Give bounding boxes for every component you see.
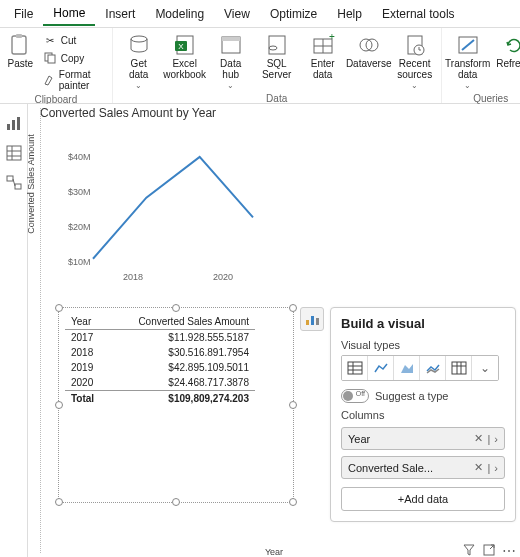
view-rail [0, 104, 28, 557]
filter-icon[interactable] [462, 543, 476, 557]
svg-rect-3 [48, 55, 55, 63]
menu-tab-external[interactable]: External tools [372, 3, 465, 25]
svg-marker-45 [401, 364, 413, 373]
svg-rect-21 [7, 124, 10, 130]
copy-button[interactable]: Copy [41, 50, 106, 66]
table-row[interactable]: 2017$11.928.555.5187 [65, 330, 255, 346]
svg-text:$20M: $20M [68, 222, 91, 232]
focus-mode-icon[interactable] [482, 543, 496, 557]
visual-toolbar: ⋯ [462, 543, 516, 557]
ribbon-group-queries: Transform data⌄ Refresh Queries [442, 28, 520, 103]
table-row[interactable]: 2020$24.468.717.3878 [65, 375, 255, 391]
field-menu-icon[interactable]: › [494, 433, 498, 445]
line-chart-visual[interactable]: Converted Sales Amount by Year Converted… [28, 104, 264, 300]
resize-handle[interactable] [55, 304, 63, 312]
svg-text:2018: 2018 [123, 272, 143, 282]
table-visual[interactable]: Year Converted Sales Amount 2017$11.928.… [58, 307, 294, 503]
resize-handle[interactable] [289, 401, 297, 409]
visual-type-callout-button[interactable] [300, 307, 324, 331]
add-data-button[interactable]: +Add data [341, 487, 505, 511]
columns-label: Columns [341, 409, 505, 421]
table-row[interactable]: 2018$30.516.891.7954 [65, 345, 255, 360]
svg-point-11 [269, 46, 277, 50]
paste-label: Paste [8, 58, 34, 69]
resize-handle[interactable] [172, 304, 180, 312]
line-type-button[interactable] [368, 356, 394, 380]
resize-handle[interactable] [172, 498, 180, 506]
paste-icon [6, 32, 34, 58]
svg-text:$40M: $40M [68, 152, 91, 162]
matrix-type-button[interactable] [446, 356, 472, 380]
svg-rect-0 [12, 36, 26, 54]
excel-icon: X [171, 32, 199, 58]
menu-bar: File Home Insert Modeling View Optimize … [0, 0, 520, 28]
database-icon [125, 32, 153, 58]
table-row[interactable]: 2019$42.895.109.5011 [65, 360, 255, 375]
svg-rect-41 [348, 362, 362, 374]
menu-tab-insert[interactable]: Insert [95, 3, 145, 25]
more-types-button[interactable]: ⌄ [472, 356, 498, 380]
ribbon-group-data: Get data⌄ XExcel workbook Data hub⌄ SQL … [113, 28, 442, 103]
chevron-down-icon: ⌄ [135, 80, 142, 91]
menu-tab-home[interactable]: Home [43, 2, 95, 26]
visual-type-selector: ⌄ [341, 355, 499, 381]
svg-rect-23 [17, 117, 20, 130]
remove-field-icon[interactable]: ✕ [474, 461, 483, 474]
brush-icon [43, 73, 55, 87]
suggest-type-toggle[interactable]: Off [341, 389, 369, 403]
excel-button[interactable]: XExcel workbook [163, 30, 207, 82]
svg-rect-24 [7, 146, 21, 160]
col-header-year[interactable]: Year [65, 314, 107, 330]
svg-line-30 [13, 179, 15, 186]
col-header-amount[interactable]: Converted Sales Amount [107, 314, 255, 330]
table-total-row: Total$109,809,274.203 [65, 391, 255, 407]
enter-data-button[interactable]: +Enter data [301, 30, 345, 82]
svg-rect-40 [316, 318, 319, 325]
svg-text:+: + [329, 34, 335, 42]
paste-button[interactable]: Paste [4, 30, 37, 71]
model-view-button[interactable] [5, 174, 23, 192]
remove-field-icon[interactable]: ✕ [474, 432, 483, 445]
transform-data-button[interactable]: Transform data⌄ [446, 30, 490, 93]
field-year[interactable]: Year ✕ | › [341, 427, 505, 450]
dataverse-button[interactable]: Dataverse [347, 30, 391, 71]
menu-tab-optimize[interactable]: Optimize [260, 3, 327, 25]
resize-handle[interactable] [289, 498, 297, 506]
data-hub-button[interactable]: Data hub⌄ [209, 30, 253, 93]
format-painter-button[interactable]: Format painter [41, 68, 106, 92]
data-view-button[interactable] [5, 144, 23, 162]
menu-tab-help[interactable]: Help [327, 3, 372, 25]
svg-text:$10M: $10M [68, 257, 91, 267]
table-type-button[interactable] [342, 356, 368, 380]
field-menu-icon[interactable]: › [494, 462, 498, 474]
field-amount[interactable]: Converted Sale... ✕ | › [341, 456, 505, 479]
svg-text:2020: 2020 [213, 272, 233, 282]
refresh-button[interactable]: Refresh [492, 30, 520, 71]
refresh-icon [500, 32, 520, 58]
get-data-button[interactable]: Get data⌄ [117, 30, 161, 93]
grid-plus-icon: + [309, 32, 337, 58]
more-options-icon[interactable]: ⋯ [502, 543, 516, 557]
menu-tab-file[interactable]: File [4, 3, 43, 25]
svg-rect-38 [306, 320, 309, 325]
transform-icon [454, 32, 482, 58]
resize-handle[interactable] [55, 498, 63, 506]
resize-handle[interactable] [55, 401, 63, 409]
report-view-button[interactable] [5, 114, 23, 132]
menu-tab-modeling[interactable]: Modeling [145, 3, 214, 25]
resize-handle[interactable] [289, 304, 297, 312]
y-axis-label: Converted Sales Amount [26, 124, 36, 244]
line2-type-button[interactable] [420, 356, 446, 380]
svg-rect-1 [16, 34, 22, 38]
report-canvas[interactable]: Converted Sales Amount by Year Converted… [28, 104, 520, 557]
recent-sources-button[interactable]: Recent sources⌄ [393, 30, 437, 93]
menu-tab-view[interactable]: View [214, 3, 260, 25]
ribbon-group-clipboard: Paste ✂Cut Copy Format painter Clipboard [0, 28, 113, 103]
svg-text:X: X [178, 42, 184, 51]
cut-button[interactable]: ✂Cut [41, 32, 106, 48]
svg-rect-9 [222, 37, 240, 41]
sql-server-button[interactable]: SQL Server [255, 30, 299, 82]
build-visual-panel: Build a visual Visual types ⌄ Off Sugges… [330, 307, 516, 522]
svg-rect-46 [452, 362, 466, 374]
area-type-button[interactable] [394, 356, 420, 380]
